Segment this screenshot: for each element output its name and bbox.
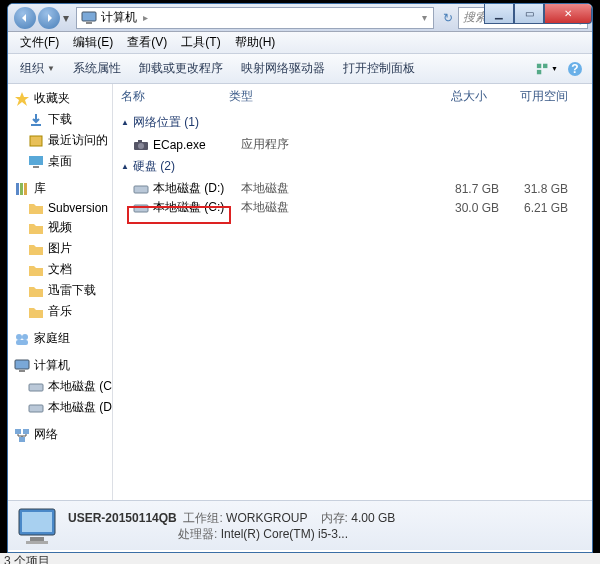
computer-icon [81,11,97,25]
col-name[interactable]: 名称 [121,88,229,105]
svg-rect-2 [537,63,541,67]
svg-rect-18 [29,384,43,391]
group-hard-drives[interactable]: ▲硬盘 (2) [113,154,592,179]
svg-rect-11 [20,183,23,195]
menu-tools[interactable]: 工具(T) [175,32,226,53]
computer-icon [14,359,30,373]
column-headers[interactable]: 名称 类型 总大小 可用空间 [113,84,592,110]
svg-rect-12 [24,183,27,195]
disk-icon [133,201,149,215]
svg-rect-27 [134,205,148,212]
menu-file[interactable]: 文件(F) [14,32,65,53]
menu-view[interactable]: 查看(V) [121,32,173,53]
svg-rect-0 [82,12,96,21]
sidebar-item-documents[interactable]: 文档 [8,259,112,280]
col-free[interactable]: 可用空间 [487,88,584,105]
sidebar-homegroup[interactable]: 家庭组 [8,328,112,349]
music-icon [28,305,44,319]
disk-icon [28,401,44,415]
sidebar-item-downloads[interactable]: 下载 [8,109,112,130]
maximize-button[interactable]: ▭ [514,4,544,24]
sidebar-libraries[interactable]: 库 [8,178,112,199]
sidebar-item-music[interactable]: 音乐 [8,301,112,322]
sidebar-item-desktop[interactable]: 桌面 [8,151,112,172]
menubar: 文件(F) 编辑(E) 查看(V) 工具(T) 帮助(H) [8,32,592,54]
col-size[interactable]: 总大小 [379,88,487,105]
svg-rect-17 [19,370,25,372]
minimize-button[interactable]: ▁ [484,4,514,24]
video-icon [28,221,44,235]
explorer-window: ▾ 计算机 ▸ ▾ ↻ 搜索 计算机 🔍 ▁ ▭ ✕ 文件(F) 编辑(E) 查… [7,3,593,553]
col-type[interactable]: 类型 [229,88,379,105]
address-dropdown-icon[interactable]: ▾ [420,12,429,23]
svg-rect-7 [30,136,42,146]
address-bar[interactable]: 计算机 ▸ ▾ [76,7,434,29]
library-icon [14,182,30,196]
svg-rect-19 [29,405,43,412]
svg-rect-22 [19,437,25,442]
details-pane: USER-20150114QB 工作组: WORKGROUP 内存: 4.00 … [8,500,592,550]
sidebar-item-subversion[interactable]: Subversion [8,199,112,217]
toolbar: 组织▼ 系统属性 卸载或更改程序 映射网络驱动器 打开控制面板 ▼ ? [8,54,592,84]
recent-icon [28,134,44,148]
refresh-button[interactable]: ↻ [438,11,458,25]
svg-point-14 [22,334,28,340]
list-item[interactable]: 本地磁盘 (D:) 本地磁盘 81.7 GB 31.8 GB [113,179,592,198]
desktop-icon [28,155,44,169]
svg-point-24 [138,143,144,149]
sidebar-network[interactable]: 网络 [8,424,112,445]
sidebar-item-recent[interactable]: 最近访问的 [8,130,112,151]
uninstall-button[interactable]: 卸载或更改程序 [133,58,229,79]
document-icon [28,263,44,277]
sidebar-item-thunder[interactable]: 迅雷下载 [8,280,112,301]
help-button[interactable]: ? [564,58,586,80]
organize-button[interactable]: 组织▼ [14,58,61,79]
view-mode-button[interactable]: ▼ [536,58,558,80]
sidebar-computer[interactable]: 计算机 [8,355,112,376]
close-button[interactable]: ✕ [544,4,592,24]
list-item[interactable]: 本地磁盘 (C:) 本地磁盘 30.0 GB 6.21 GB [113,198,592,217]
forward-button[interactable] [38,7,60,29]
svg-rect-20 [15,429,21,434]
svg-rect-1 [86,22,92,24]
list-item[interactable]: ECap.exe 应用程序 [113,135,592,154]
disk-icon [133,182,149,196]
group-network-location[interactable]: ▲网络位置 (1) [113,110,592,135]
svg-rect-4 [537,69,541,73]
map-drive-button[interactable]: 映射网络驱动器 [235,58,331,79]
folder-icon [28,201,44,215]
disk-icon [28,380,44,394]
file-list: 名称 类型 总大小 可用空间 ▲网络位置 (1) ECap.exe 应用程序 ▲… [113,84,592,500]
titlebar: ▾ 计算机 ▸ ▾ ↻ 搜索 计算机 🔍 ▁ ▭ ✕ [8,4,592,32]
camera-icon [133,138,149,152]
nav-history-dropdown[interactable]: ▾ [60,11,72,25]
svg-point-13 [16,334,22,340]
computer-large-icon [16,506,58,546]
svg-rect-29 [22,512,52,532]
svg-rect-10 [16,183,19,195]
svg-text:?: ? [571,62,578,76]
network-icon [14,428,30,442]
svg-rect-25 [138,140,142,142]
folder-icon [28,284,44,298]
system-properties-button[interactable]: 系统属性 [67,58,127,79]
breadcrumb[interactable]: 计算机 [101,9,137,26]
sidebar-favorites[interactable]: 收藏夹 [8,88,112,109]
sidebar-item-pictures[interactable]: 图片 [8,238,112,259]
svg-rect-21 [23,429,29,434]
sidebar-item-disk-d[interactable]: 本地磁盘 (D [8,397,112,418]
download-icon [28,113,44,127]
picture-icon [28,242,44,256]
status-computer-name: USER-20150114QB [68,511,177,525]
menu-help[interactable]: 帮助(H) [229,32,282,53]
menu-edit[interactable]: 编辑(E) [67,32,119,53]
sidebar-item-disk-c[interactable]: 本地磁盘 (C [8,376,112,397]
svg-rect-16 [15,360,29,369]
chevron-right-icon[interactable]: ▸ [141,12,150,23]
svg-rect-9 [33,166,39,168]
svg-rect-15 [16,340,28,345]
svg-rect-31 [26,541,48,544]
back-button[interactable] [14,7,36,29]
sidebar-item-videos[interactable]: 视频 [8,217,112,238]
control-panel-button[interactable]: 打开控制面板 [337,58,421,79]
